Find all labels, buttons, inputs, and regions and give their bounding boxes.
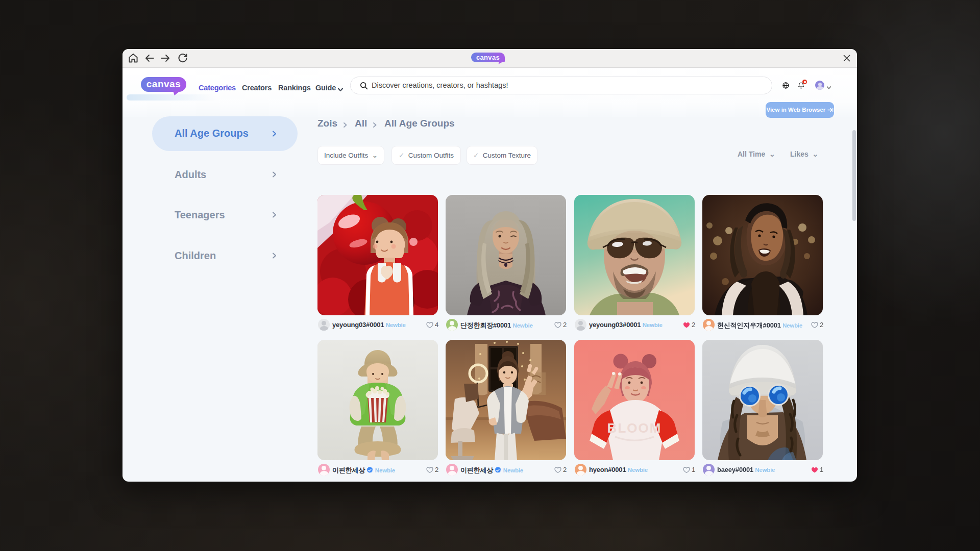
svg-text:BLOOM: BLOOM — [607, 420, 662, 436]
